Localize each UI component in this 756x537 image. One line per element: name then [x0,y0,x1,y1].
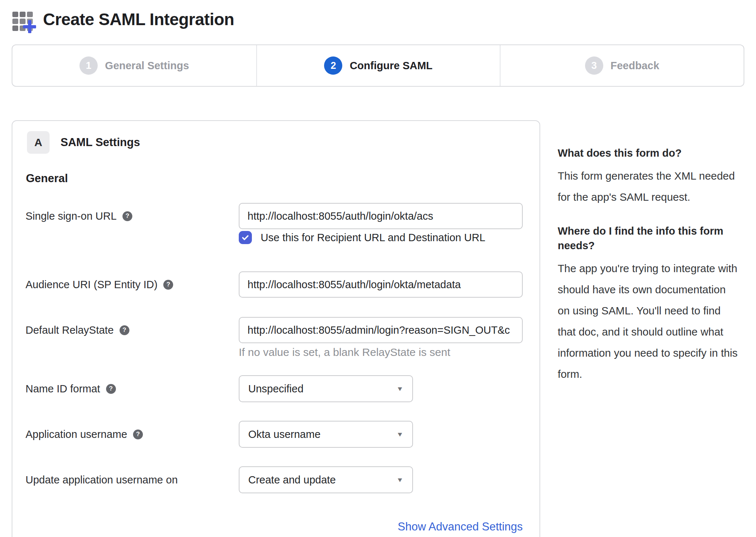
help-heading: What does this form do? [558,146,740,160]
section-header: A SAML Settings [27,131,140,154]
help-sidebar: What does this form do? This form genera… [558,146,740,401]
general-subheading: General [26,172,68,185]
chevron-down-icon: ▼ [396,385,404,392]
section-title: SAML Settings [61,136,140,149]
show-advanced-settings-link[interactable]: Show Advanced Settings [398,520,523,533]
help-icon[interactable]: ? [163,280,173,290]
help-heading: Where do I find the info this form needs… [558,224,740,253]
step-label-configure-saml: Configure SAML [350,60,432,72]
section-badge-a: A [27,131,50,154]
help-icon[interactable]: ? [133,430,143,439]
audience-uri-input[interactable] [239,271,523,298]
step-number-1: 1 [79,56,98,75]
step-label-general-settings: General Settings [105,60,189,72]
default-relaystate-label: Default RelayState [26,324,114,336]
single-sign-on-url-input[interactable] [239,203,523,229]
name-id-format-label: Name ID format [26,383,100,395]
application-username-select[interactable]: Okta username ▼ [239,421,413,448]
plus-icon [23,20,36,33]
recipient-url-checkbox-label: Use this for Recipient URL and Destinati… [261,232,485,244]
chevron-down-icon: ▼ [396,476,404,483]
page-title: Create SAML Integration [43,9,234,29]
help-icon[interactable]: ? [106,384,116,394]
recipient-url-checkbox[interactable] [239,231,252,244]
page-header: Create SAML Integration [12,6,234,33]
application-username-label: Application username [26,428,127,440]
default-relaystate-input[interactable] [239,317,523,343]
field-row-single-sign-on-url: Single sign-on URL ? [26,203,523,229]
field-row-audience-uri: Audience URI (SP Entity ID) ? [26,271,523,298]
relaystate-helper-text: If no value is set, a blank RelayState i… [239,346,450,358]
audience-uri-label: Audience URI (SP Entity ID) [26,279,157,291]
step-number-3: 3 [585,56,603,75]
single-sign-on-url-label: Single sign-on URL [26,210,117,222]
update-application-username-label: Update application username on [26,474,178,486]
field-row-name-id-format: Name ID format ? Unspecified ▼ [26,375,523,402]
field-row-default-relaystate: Default RelayState ? [26,317,523,343]
step-feedback[interactable]: 3 Feedback [500,45,744,86]
create-app-icon [12,6,40,33]
help-icon[interactable]: ? [122,211,132,221]
step-general-settings[interactable]: 1 General Settings [12,45,256,86]
recipient-url-checkbox-row: Use this for Recipient URL and Destinati… [26,229,523,246]
field-row-application-username: Application username ? Okta username ▼ [26,421,523,448]
help-body: The app you're trying to integrate with … [558,258,740,385]
update-application-username-select[interactable]: Create and update ▼ [239,466,413,493]
name-id-format-select[interactable]: Unspecified ▼ [239,375,413,402]
step-label-feedback: Feedback [611,60,659,72]
step-configure-saml[interactable]: 2 Configure SAML [256,45,500,86]
chevron-down-icon: ▼ [396,431,404,438]
help-block-where: Where do I find the info this form needs… [558,224,740,385]
help-icon[interactable]: ? [120,325,129,335]
help-body: This form generates the XML needed for t… [558,165,740,208]
saml-settings-panel: A SAML Settings General Single sign-on U… [12,120,540,537]
wizard-steps: 1 General Settings 2 Configure SAML 3 Fe… [12,44,744,87]
step-number-2: 2 [324,56,342,75]
help-block-what: What does this form do? This form genera… [558,146,740,208]
check-icon [241,233,250,242]
field-row-update-application-username: Update application username on Create an… [26,466,523,493]
